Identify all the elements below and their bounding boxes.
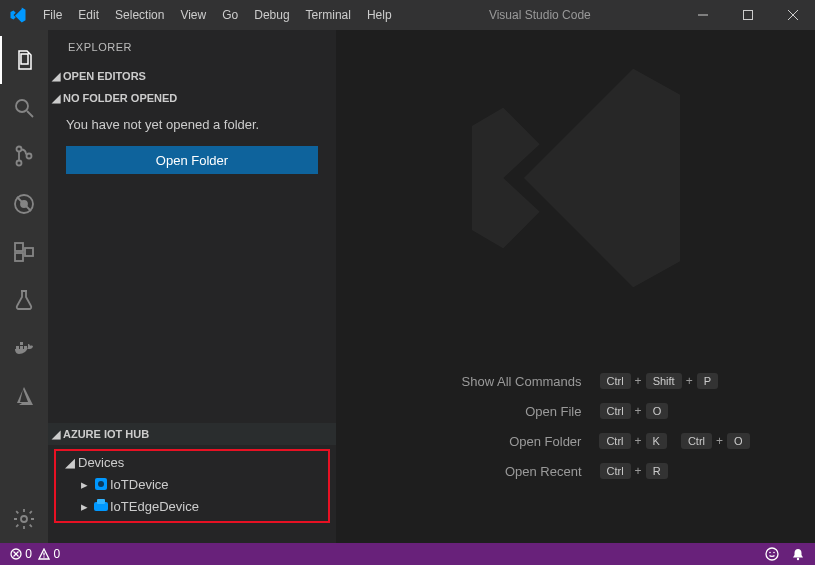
svg-point-28 — [766, 548, 778, 560]
key-sequence: Ctrl+R — [600, 463, 750, 479]
shortcut-row: Show All CommandsCtrl+Shift+P — [336, 373, 815, 389]
menu-view[interactable]: View — [172, 0, 214, 30]
menu-edit[interactable]: Edit — [70, 0, 107, 30]
device-icon — [92, 476, 110, 492]
keycap: Ctrl — [681, 433, 712, 449]
vscode-logo-icon — [0, 6, 35, 24]
minimize-button[interactable] — [680, 0, 725, 30]
device-label: IoTEdgeDevice — [110, 499, 199, 514]
keycap: O — [646, 403, 669, 419]
error-count: 0 — [25, 547, 32, 561]
menu-terminal[interactable]: Terminal — [298, 0, 359, 30]
key-sequence: Ctrl+Shift+P — [600, 373, 750, 389]
menu-file[interactable]: File — [35, 0, 70, 30]
welcome-shortcuts: Show All CommandsCtrl+Shift+POpen FileCt… — [336, 359, 815, 543]
svg-point-6 — [17, 147, 22, 152]
activity-test-icon[interactable] — [0, 276, 48, 324]
tree-node-iotdevice[interactable]: ▸ IoTDevice — [56, 473, 328, 495]
tree-node-devices[interactable]: ◢ Devices — [56, 451, 328, 473]
plus-separator: + — [686, 374, 693, 388]
maximize-button[interactable] — [725, 0, 770, 30]
svg-point-10 — [21, 201, 27, 207]
svg-rect-12 — [15, 253, 23, 261]
shortcut-label: Open Folder — [401, 434, 581, 449]
tree-node-iotedgedevice[interactable]: ▸ IoTEdgeDevice — [56, 495, 328, 517]
window-controls — [680, 0, 815, 30]
keycap: R — [646, 463, 668, 479]
open-folder-button[interactable]: Open Folder — [66, 146, 318, 174]
key-sequence: Ctrl+KCtrl+O — [599, 433, 749, 449]
shortcut-row: Open RecentCtrl+R — [336, 463, 815, 479]
svg-point-30 — [773, 552, 775, 554]
plus-separator: + — [635, 434, 642, 448]
key-sequence: Ctrl+O — [600, 403, 750, 419]
status-warnings[interactable]: 0 — [38, 547, 60, 561]
sidebar-title: EXPLORER — [48, 30, 336, 65]
svg-point-29 — [769, 552, 771, 554]
menu-debug[interactable]: Debug — [246, 0, 297, 30]
shortcut-label: Show All Commands — [402, 374, 582, 389]
menu-go[interactable]: Go — [214, 0, 246, 30]
status-bar: 0 0 — [0, 543, 815, 565]
device-label: IoTDevice — [110, 477, 169, 492]
keycap: K — [646, 433, 667, 449]
warning-count: 0 — [53, 547, 60, 561]
activity-bar — [0, 30, 48, 543]
svg-point-7 — [17, 161, 22, 166]
close-button[interactable] — [770, 0, 815, 30]
explorer-sidebar: EXPLORER ◢ OPEN EDITORS ◢ NO FOLDER OPEN… — [48, 30, 336, 543]
svg-line-5 — [27, 111, 33, 117]
svg-point-31 — [797, 558, 799, 560]
no-folder-message: You have not yet opened a folder. — [66, 117, 318, 132]
svg-rect-14 — [16, 346, 19, 349]
activity-debug-icon[interactable] — [0, 180, 48, 228]
edge-device-icon — [92, 498, 110, 514]
activity-extensions-icon[interactable] — [0, 228, 48, 276]
svg-rect-15 — [20, 346, 23, 349]
section-azure-iot-hub[interactable]: ◢ AZURE IOT HUB — [48, 423, 336, 445]
shortcut-label: Open File — [402, 404, 582, 419]
chevron-right-icon: ▸ — [76, 499, 92, 514]
editor-area: Show All CommandsCtrl+Shift+POpen FileCt… — [336, 30, 815, 543]
devices-label: Devices — [78, 455, 124, 470]
keycap: Ctrl — [600, 373, 631, 389]
activity-docker-icon[interactable] — [0, 324, 48, 372]
plus-separator: + — [716, 434, 723, 448]
status-notifications-icon[interactable] — [791, 547, 805, 561]
keycap: Ctrl — [599, 433, 630, 449]
svg-rect-17 — [20, 342, 23, 345]
keycap: O — [727, 433, 750, 449]
svg-rect-11 — [15, 243, 23, 251]
activity-settings-icon[interactable] — [0, 495, 48, 543]
chevron-down-icon: ◢ — [52, 428, 60, 441]
section-no-folder[interactable]: ◢ NO FOLDER OPENED — [48, 87, 336, 109]
svg-point-20 — [98, 481, 104, 487]
svg-rect-22 — [97, 499, 105, 504]
window-title: Visual Studio Code — [400, 8, 680, 22]
activity-search-icon[interactable] — [0, 84, 48, 132]
activity-explorer-icon[interactable] — [0, 36, 48, 84]
section-open-editors[interactable]: ◢ OPEN EDITORS — [48, 65, 336, 87]
section-open-editors-label: OPEN EDITORS — [63, 70, 146, 82]
activity-source-control-icon[interactable] — [0, 132, 48, 180]
status-errors[interactable]: 0 — [10, 547, 32, 561]
section-azure-iot-hub-label: AZURE IOT HUB — [63, 428, 149, 440]
iot-hub-tree: ◢ Devices ▸ IoTDevice ▸ — [48, 445, 336, 543]
plus-separator: + — [635, 374, 642, 388]
menu-help[interactable]: Help — [359, 0, 400, 30]
plus-separator: + — [635, 464, 642, 478]
svg-point-27 — [43, 556, 44, 557]
status-feedback-icon[interactable] — [765, 547, 779, 561]
shortcut-row: Open FolderCtrl+KCtrl+O — [336, 433, 815, 449]
keycap: Shift — [646, 373, 682, 389]
keycap: P — [697, 373, 718, 389]
activity-azure-icon[interactable] — [0, 372, 48, 420]
keycap: Ctrl — [600, 403, 631, 419]
plus-separator: + — [635, 404, 642, 418]
menu-selection[interactable]: Selection — [107, 0, 172, 30]
no-folder-body: You have not yet opened a folder. Open F… — [48, 109, 336, 190]
svg-point-4 — [16, 100, 28, 112]
svg-rect-13 — [25, 248, 33, 256]
svg-point-8 — [27, 154, 32, 159]
chevron-right-icon: ▸ — [76, 477, 92, 492]
